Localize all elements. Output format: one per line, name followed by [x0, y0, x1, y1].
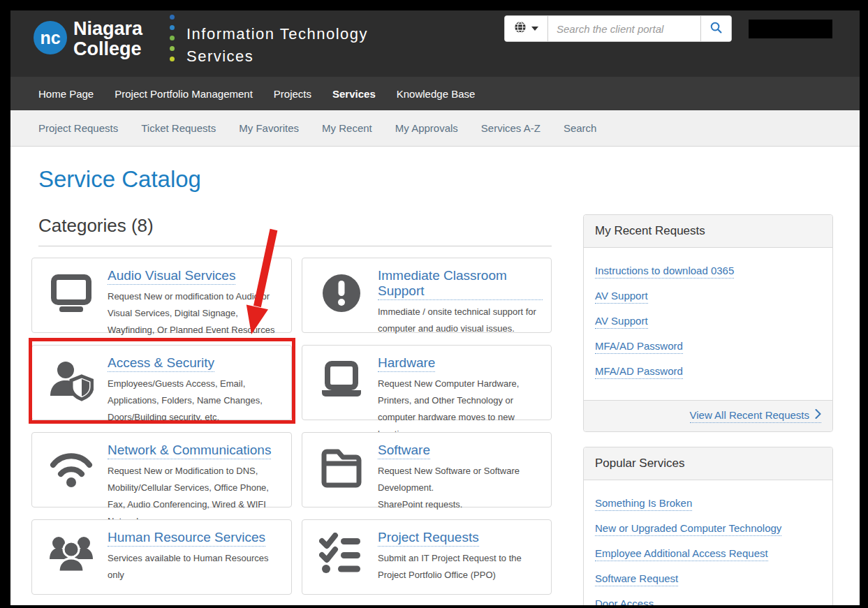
subnav-item-my-recent[interactable]: My Recent — [322, 122, 372, 134]
view-all-recent-requests-link[interactable]: View All Recent Requests — [690, 409, 821, 423]
my-recent-requests-footer: View All Recent Requests — [584, 400, 832, 431]
category-card-human-resource-services[interactable]: Human Resource Services Services availab… — [31, 519, 292, 595]
main-content: Service Catalog Categories (8) Audio Vis… — [10, 147, 573, 595]
popular-service-link[interactable]: Software Request — [595, 572, 678, 586]
subnav-item-my-approvals[interactable]: My Approvals — [395, 122, 458, 134]
checklist-icon — [319, 533, 364, 577]
nav-item-home-page[interactable]: Home Page — [38, 88, 94, 100]
people-icon — [49, 533, 94, 577]
category-card-hardware[interactable]: Hardware Request New Computer Hardware, … — [302, 345, 552, 420]
exclamation-circle-icon — [319, 271, 364, 316]
subnav-item-my-favorites[interactable]: My Favorites — [239, 122, 299, 134]
nav-item-services[interactable]: Services — [332, 88, 376, 100]
categories-divider — [38, 246, 552, 246]
laptop-icon — [319, 358, 364, 403]
subnav-item-project-requests[interactable]: Project Requests — [38, 122, 118, 134]
nav-item-knowledge-base[interactable]: Knowledge Base — [397, 88, 476, 100]
card-description: Immediate / onsite technical support for… — [378, 304, 543, 337]
chevron-right-icon — [815, 409, 821, 421]
redacted-username — [749, 20, 832, 38]
card-description: Request New or modification to Audio or … — [108, 288, 283, 339]
card-description: Employees/Guests Access, Email, Applicat… — [108, 376, 283, 426]
card-title-link[interactable]: Human Resource Services — [108, 530, 265, 547]
subnav-item-services-a-z[interactable]: Services A-Z — [481, 122, 540, 134]
my-recent-requests-panel: My Recent Requests Instructions to downl… — [583, 214, 833, 432]
brand-line2: College — [73, 39, 142, 59]
recent-request-link[interactable]: AV Support — [595, 315, 648, 329]
my-recent-requests-list: Instructions to download 0365 AV Support… — [584, 248, 832, 400]
subnav-item-search[interactable]: Search — [564, 122, 597, 134]
category-card-immediate-classroom-support[interactable]: Immediate Classroom Support Immediate / … — [302, 258, 552, 333]
recent-request-link[interactable]: AV Support — [595, 290, 648, 304]
search-input[interactable] — [548, 16, 700, 41]
wifi-icon — [49, 445, 94, 490]
card-title-link[interactable]: Access & Security — [108, 355, 214, 372]
folder-icon — [319, 445, 364, 490]
page-title: Service Catalog — [38, 166, 573, 193]
chevron-down-icon — [531, 27, 538, 31]
popular-services-list: Something Is Broken New or Upgraded Comp… — [584, 480, 832, 605]
person-shield-icon — [49, 358, 94, 403]
category-card-project-requests[interactable]: Project Requests Submit an IT Project Re… — [302, 519, 552, 595]
card-title-link[interactable]: Immediate Classroom Support — [378, 268, 543, 300]
card-title-link[interactable]: Software — [378, 443, 430, 459]
category-card-network-communications[interactable]: Network & Communications Request New or … — [31, 432, 292, 507]
brand-dots-divider — [170, 15, 175, 61]
app-header: nc Niagara College Information Technolog… — [10, 10, 860, 77]
popular-service-link[interactable]: Employee Additional Access Request — [595, 547, 768, 561]
recent-request-link[interactable]: Instructions to download 0365 — [595, 265, 734, 279]
subnav-item-ticket-requests[interactable]: Ticket Requests — [141, 122, 216, 134]
brand-line1: Niagara — [73, 19, 142, 39]
category-grid: Audio Visual Services Request New or mod… — [31, 258, 573, 595]
nc-logo[interactable]: nc — [34, 21, 67, 54]
categories-heading: Categories (8) — [38, 215, 573, 237]
card-title-link[interactable]: Network & Communications — [108, 443, 271, 459]
popular-service-link[interactable]: New or Upgraded Computer Technology — [595, 522, 781, 536]
category-card-software[interactable]: Software Request New Software or Softwar… — [302, 432, 552, 507]
client-portal-page: nc Niagara College Information Technolog… — [10, 10, 860, 605]
category-card-access-security[interactable]: Access & Security Employees/Guests Acces… — [31, 345, 292, 420]
recent-request-link[interactable]: MFA/AD Password — [595, 340, 683, 354]
card-description: Request New Software or Software Develop… — [378, 463, 543, 513]
card-title-link[interactable]: Audio Visual Services — [108, 268, 235, 285]
my-recent-requests-title: My Recent Requests — [584, 215, 832, 248]
popular-service-link[interactable]: Door Access — [595, 598, 654, 605]
nav-item-projects[interactable]: Projects — [274, 88, 311, 100]
popular-services-panel: Popular Services Something Is Broken New… — [583, 447, 833, 605]
brand-name: Niagara College — [73, 19, 142, 59]
popular-services-title: Popular Services — [584, 447, 832, 480]
search-button[interactable] — [700, 16, 731, 41]
dept-line2: Services — [186, 45, 368, 68]
sidebar: My Recent Requests Instructions to downl… — [583, 214, 833, 605]
secondary-nav: Project Requests Ticket Requests My Favo… — [10, 110, 860, 147]
department-name: Information Technology Services — [186, 23, 368, 68]
primary-nav: Home Page Project Portfolio Management P… — [10, 77, 860, 110]
monitor-icon — [49, 271, 94, 316]
card-title-link[interactable]: Project Requests — [378, 530, 479, 547]
language-dropdown[interactable] — [505, 16, 548, 41]
dept-line1: Information Technology — [186, 23, 368, 45]
card-description: Submit an IT Project Request to the Proj… — [378, 550, 543, 584]
card-description: Services available to Human Resources on… — [108, 550, 283, 584]
globe-icon — [514, 21, 527, 36]
view-all-label: View All Recent Requests — [690, 409, 809, 421]
recent-request-link[interactable]: MFA/AD Password — [595, 365, 683, 379]
nav-item-project-portfolio-management[interactable]: Project Portfolio Management — [115, 88, 253, 100]
magnifier-icon — [709, 21, 723, 36]
category-card-audio-visual-services[interactable]: Audio Visual Services Request New or mod… — [31, 258, 292, 333]
popular-service-link[interactable]: Something Is Broken — [595, 497, 692, 511]
card-title-link[interactable]: Hardware — [378, 355, 435, 372]
nc-logo-text: nc — [40, 28, 60, 48]
portal-search-bar — [504, 15, 732, 42]
